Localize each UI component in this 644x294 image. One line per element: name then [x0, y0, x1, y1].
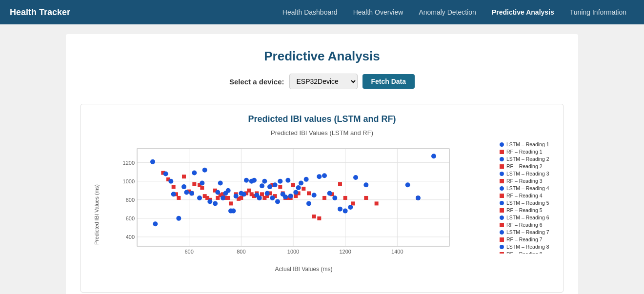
x-axis-label: Actual IBI Values (ms) — [113, 266, 495, 273]
content-card: Predictive Analysis Select a device: ESP… — [66, 34, 578, 294]
chart-subtitle: Predicted IBI Values (LSTM and RF) — [86, 129, 558, 137]
legend-label: LSTM – Reading 6 — [506, 215, 549, 220]
device-select-row: Select a device: ESP32Device Fetch Data — [80, 74, 564, 89]
legend-label: LSTM – Reading 5 — [506, 200, 549, 206]
legend-item: RF – Reading 4 — [500, 193, 556, 198]
chart-container: Predicted IBI Values (ms) Actual IBI Val… — [86, 141, 558, 287]
navbar-brand: Health Tracker — [10, 7, 70, 18]
lstm-icon — [500, 201, 504, 205]
legend-label: LSTM – Reading 4 — [506, 185, 549, 191]
lstm-icon — [500, 230, 504, 235]
legend-item: LSTM – Reading 7 — [500, 229, 556, 235]
legend-label: RF – Reading 4 — [506, 193, 543, 198]
legend-label: LSTM – Reading 1 — [506, 141, 549, 147]
legend-container: LSTM – Reading 1RF – Reading 1LSTM – Rea… — [500, 141, 558, 254]
chart-section: Predicted IBI values (LSTM and RF) Predi… — [80, 104, 564, 293]
legend-item: RF – Reading 6 — [500, 222, 556, 228]
legend-item: LSTM – Reading 6 — [500, 215, 556, 220]
rf-icon — [500, 194, 504, 198]
legend-label: RF – Reading 6 — [506, 222, 543, 228]
rf-icon — [500, 252, 504, 254]
legend-label: RF – Reading 2 — [506, 163, 543, 169]
nav-predictive-analysis[interactable]: Predictive Analysis — [484, 0, 562, 24]
rf-icon — [500, 164, 504, 169]
legend-label: RF – Reading 3 — [506, 178, 543, 184]
scatter-chart — [113, 141, 459, 263]
legend-item: RF – Reading 2 — [500, 163, 556, 169]
legend-item: RF – Reading 8 — [500, 251, 556, 254]
legend-label: LSTM – Reading 2 — [506, 156, 549, 162]
chart-title: Predicted IBI values (LSTM and RF) — [86, 114, 558, 124]
chart-area: Predicted IBI Values (ms) Actual IBI Val… — [86, 141, 495, 287]
fetch-data-button[interactable]: Fetch Data — [362, 74, 415, 89]
y-axis-label: Predicted IBI Values (ms) — [94, 184, 100, 245]
lstm-icon — [500, 186, 504, 191]
legend-item: RF – Reading 1 — [500, 149, 556, 155]
rf-icon — [500, 237, 504, 242]
legend-item: LSTM – Reading 5 — [500, 200, 556, 206]
legend-item: LSTM – Reading 2 — [500, 156, 556, 162]
legend-label: LSTM – Reading 7 — [506, 229, 549, 235]
lstm-icon — [500, 142, 504, 147]
lstm-icon — [500, 157, 504, 161]
page-title: Predictive Analysis — [80, 49, 564, 64]
legend-item: RF – Reading 5 — [500, 207, 556, 213]
legend-item: LSTM – Reading 8 — [500, 244, 556, 250]
rf-icon — [500, 150, 504, 154]
nav-tuning-information[interactable]: Tuning Information — [562, 0, 634, 24]
legend-label: RF – Reading 5 — [506, 207, 543, 213]
legend-label: LSTM – Reading 3 — [506, 171, 549, 176]
rf-icon — [500, 208, 504, 213]
legend-label: RF – Reading 8 — [506, 251, 543, 254]
legend-item: RF – Reading 3 — [500, 178, 556, 184]
legend-item: LSTM – Reading 3 — [500, 171, 556, 176]
device-select[interactable]: ESP32Device — [289, 74, 358, 89]
device-label: Select a device: — [229, 78, 284, 86]
legend-item: LSTM – Reading 4 — [500, 185, 556, 191]
main-wrapper: Predictive Analysis Select a device: ESP… — [0, 24, 644, 294]
legend-item: LSTM – Reading 1 — [500, 141, 556, 147]
rf-icon — [500, 179, 504, 183]
legend-item: RF – Reading 7 — [500, 236, 556, 242]
legend-label: LSTM – Reading 8 — [506, 244, 549, 250]
nav-health-dashboard[interactable]: Health Dashboard — [275, 0, 345, 24]
nav-health-overview[interactable]: Health Overview — [345, 0, 411, 24]
legend-label: RF – Reading 7 — [506, 236, 543, 242]
navbar-links: Health Dashboard Health Overview Anomaly… — [275, 0, 634, 24]
legend-label: RF – Reading 1 — [506, 149, 543, 155]
navbar: Health Tracker Health Dashboard Health O… — [0, 0, 644, 24]
rf-icon — [500, 223, 504, 227]
lstm-icon — [500, 172, 504, 176]
lstm-icon — [500, 216, 504, 220]
lstm-icon — [500, 245, 504, 249]
nav-anomaly-detection[interactable]: Anomaly Detection — [411, 0, 484, 24]
